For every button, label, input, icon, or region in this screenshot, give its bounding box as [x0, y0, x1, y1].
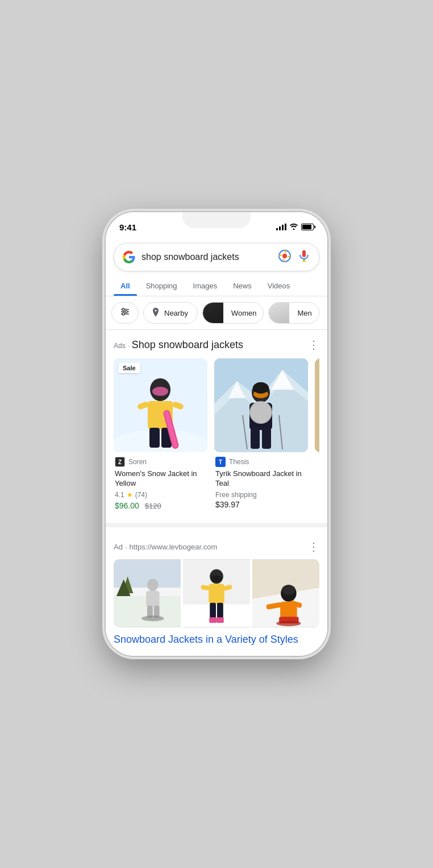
- svg-rect-33: [251, 428, 260, 449]
- search-bar[interactable]: shop snowboard jackets: [114, 243, 319, 271]
- merchant-name-2: Thesis: [229, 458, 249, 466]
- ads-separator: ·: [128, 342, 132, 350]
- price-row-2: $39.97: [215, 500, 307, 509]
- search-query-text: shop snowboard jackets: [141, 252, 272, 262]
- merchant-row-2: T Thesis: [215, 457, 307, 467]
- merchant-name-1: Soren: [128, 458, 147, 466]
- star-icon-1: ★: [127, 491, 133, 499]
- product-image-svg-2: [214, 358, 308, 452]
- product-info-2: T Thesis Tyrik Snowboard Jacket in Teal …: [214, 452, 308, 514]
- ads-label: Ads: [114, 342, 126, 350]
- search-bar-container: shop snowboard jackets: [106, 237, 327, 276]
- svg-rect-48: [146, 591, 160, 607]
- nearby-chip-label: Nearby: [163, 309, 189, 317]
- rating-value-1: 4.1: [115, 491, 124, 499]
- mic-icon[interactable]: [297, 249, 311, 265]
- product-info-1: Z Soren Women's Snow Jacket in Yellow 4.…: [114, 452, 207, 515]
- product-card-2[interactable]: T Thesis Tyrik Snowboard Jacket in Teal …: [214, 358, 308, 515]
- svg-point-8: [122, 308, 124, 311]
- price-1: $96.00: [115, 501, 139, 510]
- status-icons: [276, 222, 314, 232]
- merchant-row-1: Z Soren: [115, 457, 206, 467]
- search-tabs: All Shopping Images News Videos: [106, 276, 327, 296]
- tab-shopping[interactable]: Shopping: [139, 276, 184, 296]
- lens-icon[interactable]: [278, 249, 292, 265]
- filter-nearby-chip[interactable]: Nearby: [143, 302, 198, 324]
- product-card-partial[interactable]: [315, 358, 319, 515]
- ads-title: Shop snowboard jackets: [132, 339, 243, 350]
- tab-all[interactable]: All: [114, 276, 137, 296]
- product-image-1: Sale: [114, 358, 207, 452]
- product-image-2: [214, 358, 308, 452]
- ads-title-group: Ads · Shop snowboard jackets: [114, 339, 243, 351]
- price-row-1: $96.00 $120: [115, 501, 206, 510]
- svg-rect-59: [210, 602, 216, 619]
- men-chip-label: Men: [293, 309, 313, 317]
- svg-point-66: [282, 585, 295, 595]
- ad2-images: [114, 559, 319, 627]
- women-chip-image: [203, 303, 223, 323]
- filter-women-chip[interactable]: Women: [202, 302, 264, 324]
- battery-icon: [301, 224, 314, 230]
- ads-separator-bottom: [106, 523, 327, 527]
- svg-rect-53: [183, 604, 250, 626]
- ads-header: Ads · Shop snowboard jackets ⋮: [114, 338, 319, 352]
- ad2-url: https://www.levbogear.com: [130, 543, 218, 551]
- ad2-header: Ad · https://www.levbogear.com ⋮: [114, 540, 319, 553]
- ad2-separator: ·: [125, 543, 129, 551]
- ad2-image-3: [252, 559, 319, 627]
- product-card-1[interactable]: Sale: [114, 358, 207, 515]
- filter-tune-chip[interactable]: [111, 302, 139, 324]
- ad-section-2: Ad · https://www.levbogear.com ⋮: [106, 532, 327, 654]
- location-pin-icon: [152, 308, 160, 319]
- svg-point-55: [211, 575, 222, 582]
- women-chip-label: Women: [227, 309, 258, 317]
- svg-rect-18: [149, 428, 160, 448]
- shipping-text-2: Free shipping: [215, 491, 307, 499]
- review-count-1: (74): [135, 491, 147, 499]
- svg-point-47: [147, 578, 159, 591]
- merchant-logo-2: T: [215, 457, 226, 467]
- filter-chips: Nearby Women Men: [106, 296, 327, 329]
- sale-badge-1: Sale: [118, 363, 140, 373]
- tab-videos[interactable]: Videos: [261, 276, 297, 296]
- svg-rect-34: [262, 428, 271, 449]
- svg-point-1: [282, 254, 287, 258]
- phone-frame: 9:41: [106, 212, 327, 656]
- product-title-1: Women's Snow Jacket in Yellow: [115, 469, 206, 489]
- rating-row-1: 4.1 ★ (74): [115, 491, 206, 499]
- ad2-link[interactable]: Snowboard Jackets in a Variety of Styles: [114, 634, 298, 645]
- product-cards: Sale: [114, 358, 319, 523]
- svg-point-14: [152, 387, 168, 396]
- partial-product-svg: [315, 358, 319, 452]
- svg-point-71: [276, 621, 301, 626]
- ad2-more-icon[interactable]: ⋮: [308, 540, 319, 553]
- svg-rect-56: [209, 584, 224, 604]
- screen-content[interactable]: shop snowboard jackets: [106, 237, 327, 656]
- ad2-label: Ad: [114, 543, 123, 551]
- tab-news[interactable]: News: [226, 276, 259, 296]
- tab-images[interactable]: Images: [186, 276, 224, 296]
- wifi-icon: [289, 222, 298, 232]
- svg-rect-61: [209, 617, 216, 623]
- ad2-label-group: Ad · https://www.levbogear.com: [114, 542, 217, 552]
- ad2-image-2: [183, 559, 250, 627]
- svg-rect-60: [217, 602, 223, 619]
- filter-men-chip[interactable]: Men: [268, 302, 319, 324]
- svg-point-10: [122, 313, 124, 315]
- status-time: 9:41: [119, 222, 136, 232]
- phone-notch: [182, 212, 251, 228]
- merchant-logo-1: Z: [115, 457, 125, 467]
- price-2: $39.97: [215, 500, 240, 509]
- google-logo: [122, 250, 136, 264]
- ads-more-icon[interactable]: ⋮: [308, 338, 319, 352]
- svg-rect-37: [315, 358, 319, 452]
- svg-point-29: [253, 382, 269, 394]
- search-action-icons: [278, 249, 311, 265]
- svg-point-9: [125, 311, 127, 313]
- ads-section: Ads · Shop snowboard jackets ⋮ Sale: [106, 330, 327, 523]
- original-price-1: $120: [145, 502, 161, 510]
- svg-rect-2: [302, 250, 306, 257]
- men-chip-image: [269, 303, 289, 323]
- tune-icon: [120, 307, 130, 319]
